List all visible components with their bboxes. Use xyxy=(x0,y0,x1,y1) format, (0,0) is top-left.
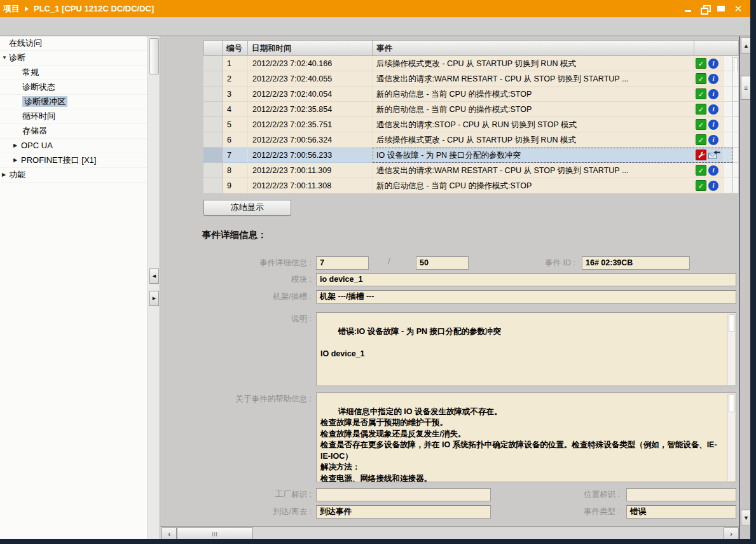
row-selector-cell[interactable] xyxy=(203,56,223,71)
close-button[interactable]: ✕ xyxy=(734,4,743,13)
row-selector-cell[interactable] xyxy=(203,102,223,117)
window-right-border xyxy=(750,0,756,544)
sidebar-item-6[interactable]: 存储器 xyxy=(0,124,148,139)
table-scrollbar[interactable] xyxy=(732,163,739,178)
scroll-right-button[interactable]: › xyxy=(724,527,739,540)
row-event-cell: 新的启动信息 - 当前 CPU 的操作模式:STOP xyxy=(373,102,694,117)
description-scrollbar[interactable] xyxy=(727,314,735,385)
row-selector-cell[interactable] xyxy=(203,117,223,132)
help-info-textarea[interactable]: 详细信息中指定的 IO 设备发生故障或不存在。 检查故障是否属于预期的维护干预。… xyxy=(316,393,736,482)
row-event-cell: 通信发出的请求:WARM RESTART - CPU 从 STOP 切换到 ST… xyxy=(373,71,694,87)
table-row[interactable]: 6 2012/2/23 7:00:56.324 后续操作模式更改 - CPU 从… xyxy=(203,132,739,148)
description-scrollbar-thumb[interactable] xyxy=(729,314,734,332)
sidebar-item-4[interactable]: 诊断缓冲区 xyxy=(0,95,148,109)
row-datetime-cell: 2012/2/23 7:00:11.308 xyxy=(248,178,373,193)
sidebar-item-8[interactable]: ▶ PROFINET接口 [X1] xyxy=(0,153,148,168)
row-selector-cell[interactable] xyxy=(203,87,223,102)
row-selector-cell[interactable] xyxy=(203,163,223,178)
window-controls: ✕ xyxy=(684,0,743,17)
restore-button[interactable] xyxy=(701,4,710,13)
sidebar-item-5[interactable]: 循环时间 xyxy=(0,109,148,124)
expand-right-button[interactable]: ▶ xyxy=(149,291,159,306)
sidebar-list: 在线访问 ▼ 诊断 常规 诊断状态 诊断缓冲区 循环时间 存储器 ▶ OPC U… xyxy=(0,36,148,183)
row-icons-cell xyxy=(694,148,724,163)
row-icons-cell: ✓i xyxy=(694,163,724,178)
chevron-down-icon[interactable]: ▼ xyxy=(2,51,7,65)
row-selector-cell[interactable] xyxy=(203,178,223,193)
breadcrumb-project[interactable]: 项目 xyxy=(3,3,20,15)
info-icon: i xyxy=(708,74,718,84)
row-selector-cell[interactable] xyxy=(203,71,223,87)
collapse-left-button[interactable]: ◀ xyxy=(149,269,159,284)
plant-id-field[interactable] xyxy=(316,488,491,501)
row-icons-cell: ✓i xyxy=(694,178,724,193)
event-total-field[interactable]: 50 xyxy=(416,256,469,270)
description-label: 说明 : xyxy=(160,312,312,325)
row-selector-cell[interactable] xyxy=(203,148,223,163)
horizontal-scrollbar-thumb[interactable]: ||| xyxy=(177,527,253,540)
row-datetime-cell: 2012/2/23 7:02:40.166 xyxy=(248,56,373,71)
table-row[interactable]: 7 2012/2/23 7:00:56.233 IO 设备故障 - 为 PN 接… xyxy=(203,148,739,163)
table-row[interactable]: 4 2012/2/23 7:02:35.854 新的启动信息 - 当前 CPU … xyxy=(203,102,739,117)
scroll-left-button[interactable]: ‹ xyxy=(162,527,177,540)
row-event-cell: 通信发出的请求:STOP - CPU 从 RUN 切换到 STOP 模式 xyxy=(373,117,694,132)
table-scrollbar[interactable] xyxy=(732,178,739,193)
event-index-field[interactable]: 7 xyxy=(316,256,369,270)
sidebar-item-0[interactable]: 在线访问 xyxy=(0,36,148,51)
description-textarea[interactable]: 错误:IO 设备故障 - 为 PN 接口分配的参数冲突 IO device_1 xyxy=(316,312,736,386)
vertical-scrollbar[interactable]: ▲ ≡ ▼ xyxy=(739,36,751,539)
table-row[interactable]: 1 2012/2/23 7:02:40.166 后续操作模式更改 - CPU 从… xyxy=(203,56,739,71)
column-number[interactable]: 编号 xyxy=(223,40,248,56)
table-row[interactable]: 3 2012/2/23 7:02:40.054 新的启动信息 - 当前 CPU … xyxy=(203,87,739,102)
info-icon: i xyxy=(708,135,718,145)
check-icon: ✓ xyxy=(696,88,706,99)
sidebar-item-7[interactable]: ▶ OPC UA xyxy=(0,139,148,153)
chevron-right-icon[interactable]: ▶ xyxy=(2,168,6,182)
table-row[interactable]: 9 2012/2/23 7:00:11.308 新的启动信息 - 当前 CPU … xyxy=(203,178,739,193)
sidebar-item-2[interactable]: 常规 xyxy=(0,66,148,80)
row-selector-cell[interactable] xyxy=(203,132,223,148)
column-event[interactable]: 事件 xyxy=(373,40,694,56)
horizontal-scrollbar[interactable]: ‹ ||| › xyxy=(160,526,739,540)
help-info-scrollbar[interactable] xyxy=(727,394,735,481)
table-row[interactable]: 2 2012/2/23 7:02:40.055 通信发出的请求:WARM RES… xyxy=(203,71,739,87)
info-icon: i xyxy=(708,120,718,130)
table-row[interactable]: 8 2012/2/23 7:00:11.309 通信发出的请求:WARM RES… xyxy=(203,163,739,178)
sidebar-item-label: 在线访问 xyxy=(9,38,42,48)
table-row[interactable]: 5 2012/2/23 7:02:35.751 通信发出的请求:STOP - C… xyxy=(203,117,739,132)
module-field[interactable]: io device_1 xyxy=(316,273,736,286)
table-scrollbar-thumb[interactable] xyxy=(734,57,738,73)
rack-slot-field[interactable]: 机架 ---/插槽 --- xyxy=(316,290,736,303)
minimize-button[interactable] xyxy=(684,4,693,13)
event-type-label: 事件类型 : xyxy=(556,505,620,518)
arriving-event-icon xyxy=(708,150,720,160)
row-blank-cell xyxy=(724,102,732,117)
sidebar-scrollbar-thumb[interactable] xyxy=(149,38,159,74)
row-event-cell: IO 设备故障 - 为 PN 接口分配的参数冲突 xyxy=(373,148,694,163)
sidebar-item-9[interactable]: ▶ 功能 xyxy=(0,168,148,183)
column-datetime[interactable]: 日期和时间 xyxy=(248,40,373,56)
arrive-leave-field[interactable]: 到达事件 xyxy=(316,505,491,519)
table-scrollbar[interactable] xyxy=(732,56,739,71)
freeze-display-button[interactable]: 冻结显示 xyxy=(203,200,291,216)
chevron-right-icon[interactable]: ▶ xyxy=(13,139,17,153)
table-scrollbar[interactable] xyxy=(732,117,739,132)
row-blank-cell xyxy=(724,71,732,87)
table-scrollbar[interactable] xyxy=(732,148,739,163)
row-icons-cell: ✓i xyxy=(694,56,724,71)
row-number-cell: 9 xyxy=(223,178,248,193)
chevron-right-icon[interactable]: ▶ xyxy=(13,153,17,167)
help-info-scrollbar-thumb[interactable] xyxy=(729,394,734,412)
sidebar-item-1[interactable]: ▼ 诊断 xyxy=(0,51,148,66)
location-id-field[interactable] xyxy=(626,488,736,501)
table-scrollbar[interactable] xyxy=(732,87,739,102)
event-type-field[interactable]: 错误 xyxy=(626,505,736,519)
row-datetime-cell: 2012/2/23 7:02:40.054 xyxy=(248,87,373,102)
maximize-button[interactable] xyxy=(717,4,726,13)
table-scrollbar[interactable] xyxy=(732,71,739,87)
table-scrollbar[interactable] xyxy=(732,102,739,117)
table-scrollbar[interactable] xyxy=(732,132,739,148)
sidebar-item-label: 循环时间 xyxy=(22,111,55,121)
sidebar-item-3[interactable]: 诊断状态 xyxy=(0,80,148,95)
event-id-field[interactable]: 16# 02:39CB xyxy=(582,256,690,270)
